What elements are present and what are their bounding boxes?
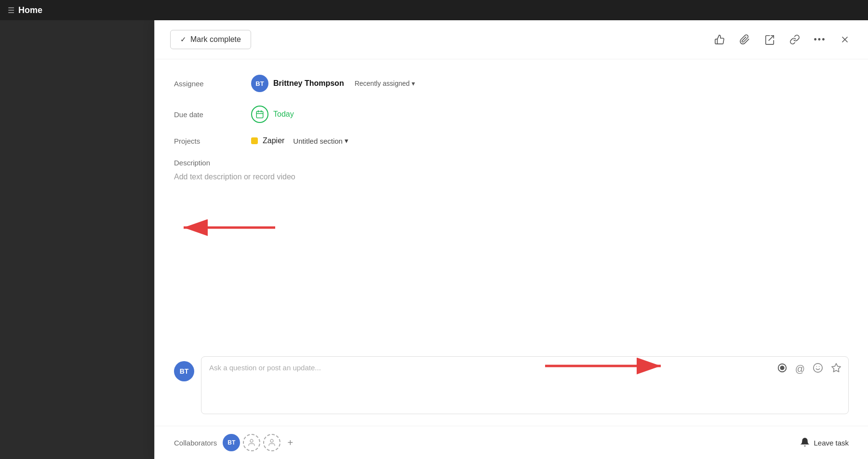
recently-assigned-label: Recently assigned	[355, 80, 410, 87]
recently-assigned-dropdown[interactable]: Recently assigned ▾	[355, 80, 415, 87]
record-icon[interactable]	[777, 363, 788, 376]
due-date-label: Due date	[174, 110, 251, 119]
due-date-text: Today	[273, 110, 294, 119]
svg-point-16	[250, 439, 253, 442]
svg-marker-13	[832, 364, 841, 372]
bell-icon	[800, 437, 810, 448]
mark-complete-label: Mark complete	[190, 35, 241, 44]
collaborator-avatar-ghost-1[interactable]	[243, 434, 260, 451]
more-icon[interactable]: •••	[812, 32, 828, 47]
collaborators-section: Collaborators BT	[155, 426, 868, 459]
like-icon[interactable]	[712, 32, 727, 47]
assignee-name: Brittney Thompson	[273, 79, 344, 88]
star-icon[interactable]	[831, 363, 841, 376]
comment-input-area[interactable]: Ask a question or post an update... @	[201, 356, 849, 414]
arrow-description	[174, 213, 280, 242]
projects-label: Projects	[174, 137, 251, 145]
section-dropdown[interactable]: Untitled section ▾	[293, 136, 348, 145]
project-color-dot	[251, 137, 258, 144]
assignee-row: Assignee BT Brittney Thompson Recently a…	[174, 75, 849, 92]
collaborators-label: Collaborators	[174, 439, 217, 447]
description-placeholder[interactable]: Add text description or record video	[174, 173, 849, 181]
chevron-down-icon: ▾	[412, 80, 415, 87]
due-date-row: Due date Today	[174, 106, 849, 123]
assignee-value: BT Brittney Thompson Recently assigned ▾	[251, 75, 415, 92]
panel-header: ✓ Mark complete	[155, 20, 868, 59]
calendar-icon	[251, 106, 268, 123]
leave-task-button[interactable]: Leave task	[800, 437, 849, 448]
due-date-value[interactable]: Today	[251, 106, 294, 123]
comment-avatar: BT	[174, 361, 194, 381]
emoji-icon[interactable]	[813, 363, 823, 376]
avatar: BT	[251, 75, 268, 92]
collaborator-avatar-ghost-2[interactable]	[263, 434, 280, 451]
section-name-text: Untitled section	[293, 137, 343, 145]
collaborator-avatar-1: BT	[223, 434, 240, 451]
collaborators-left: Collaborators BT	[174, 434, 297, 451]
section-chevron-icon: ▾	[345, 136, 348, 145]
projects-row: Projects Zapier Untitled section ▾	[174, 136, 849, 145]
svg-point-17	[270, 439, 273, 442]
assignee-label: Assignee	[174, 80, 251, 88]
comment-action-icons: @	[777, 363, 841, 376]
projects-value: Zapier Untitled section ▾	[251, 136, 348, 145]
leave-task-label: Leave task	[814, 439, 849, 447]
svg-point-9	[780, 366, 784, 369]
mark-complete-button[interactable]: ✓ Mark complete	[170, 30, 251, 49]
share-icon[interactable]	[762, 32, 777, 47]
add-collaborator-button[interactable]: +	[283, 436, 297, 449]
svg-rect-2	[256, 111, 263, 118]
collaborators-avatars: BT +	[223, 434, 297, 451]
svg-point-10	[814, 364, 822, 372]
header-actions: •••	[712, 32, 853, 47]
comment-section: BT Ask a question or post an update... @	[155, 356, 868, 426]
description-label: Description	[174, 159, 849, 167]
close-icon[interactable]	[837, 32, 853, 47]
attach-icon[interactable]	[737, 32, 752, 47]
mention-icon[interactable]: @	[795, 364, 805, 375]
app-title: Home	[18, 5, 42, 15]
comment-placeholder: Ask a question or post an update...	[209, 364, 841, 372]
menu-icon[interactable]: ☰	[8, 6, 14, 15]
checkmark-icon: ✓	[180, 35, 187, 44]
project-name[interactable]: Zapier	[263, 136, 284, 145]
description-section: Description Add text description or reco…	[174, 159, 849, 181]
link-icon[interactable]	[787, 32, 802, 47]
